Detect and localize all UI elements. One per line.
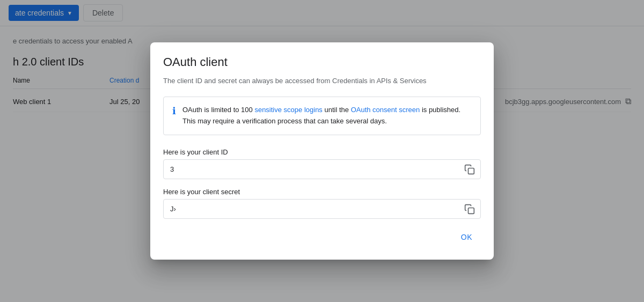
dialog-title: OAuth client xyxy=(163,55,481,69)
oauth-consent-link[interactable]: OAuth consent screen xyxy=(351,106,420,114)
info-text: OAuth is limited to 100 sensitive scope … xyxy=(182,105,472,127)
sensitive-scope-link[interactable]: sensitive scope logins xyxy=(254,106,322,114)
info-text-before-link1: OAuth is limited to 100 xyxy=(182,106,254,114)
modal-overlay: OAuth client The client ID and secret ca… xyxy=(0,0,644,302)
info-text-between: until the xyxy=(323,106,351,114)
ok-button[interactable]: OK xyxy=(452,227,481,247)
copy-client-secret-button[interactable] xyxy=(459,201,480,218)
dialog-actions: OK xyxy=(163,227,481,247)
info-box: ℹ OAuth is limited to 100 sensitive scop… xyxy=(163,97,481,135)
svg-rect-0 xyxy=(469,168,474,174)
svg-rect-1 xyxy=(469,208,474,213)
client-secret-label: Here is your client secret xyxy=(163,188,481,196)
copy-client-id-button[interactable] xyxy=(459,161,480,178)
client-secret-input[interactable] xyxy=(164,200,459,218)
dialog-subtitle: The client ID and secret can always be a… xyxy=(163,76,481,86)
client-id-label: Here is your client ID xyxy=(163,148,481,156)
oauth-dialog: OAuth client The client ID and secret ca… xyxy=(150,42,494,260)
client-id-input[interactable] xyxy=(164,160,459,179)
client-id-field-wrapper xyxy=(163,159,481,179)
client-secret-field-wrapper xyxy=(163,199,481,219)
copy-client-id-icon xyxy=(464,164,475,175)
copy-client-secret-icon xyxy=(464,204,475,215)
info-icon: ℹ xyxy=(172,105,176,117)
